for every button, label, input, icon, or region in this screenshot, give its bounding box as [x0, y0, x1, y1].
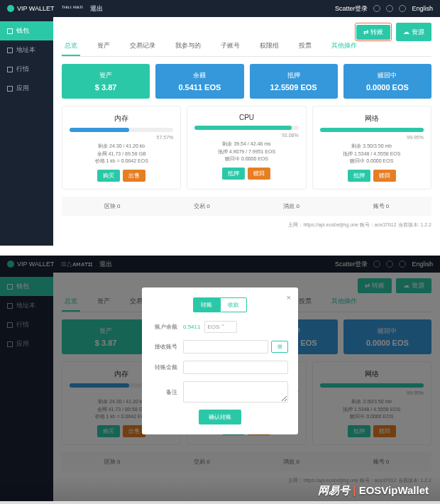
progress-bar [194, 126, 298, 130]
nav-icon [7, 28, 13, 34]
transfer-modal: × 转账 收款 账户余额 0.5411 EOS ˅ 接收账号 ⊞ 转账金额 备注 [142, 287, 298, 434]
nav-icon [7, 48, 13, 53]
resource-button[interactable]: ☁ 资源 [396, 23, 431, 41]
help-icon[interactable] [399, 5, 406, 12]
settings-icon[interactable] [386, 5, 393, 12]
sidebar-label: 钱包 [16, 26, 29, 35]
card-value: $ 3.87 [69, 83, 143, 92]
resource-info: 剩余 24.30 / 41.20 kb全网 41.73 / 89.58 GB价格… [70, 143, 173, 165]
resource-card: 网络99.95%剩余 3.50/3.50 mb抵押 1.5348 / 4.555… [312, 106, 431, 190]
resource-card: 内存57.57%剩余 24.30 / 41.20 kb全网 41.73 / 89… [62, 106, 181, 190]
resource-title: CPU [194, 114, 298, 121]
card-title: 资产 [69, 71, 143, 80]
watermark: 网易号 | EOSVipWallet [0, 477, 440, 504]
card-value: 0.0000 EOS [351, 83, 424, 92]
refresh-icon[interactable] [373, 5, 380, 12]
card-title: 余额 [163, 71, 236, 80]
confirm-transfer-button[interactable]: 确认转账 [199, 410, 241, 424]
sidebar-item[interactable]: 钱包 [0, 21, 53, 40]
amount-label: 转账金额 [152, 363, 183, 371]
memo-label: 备注 [152, 388, 183, 396]
language-selector[interactable]: English [412, 5, 433, 12]
summary-card: 抵押12.5509 EOS [250, 64, 338, 99]
tab[interactable]: 权限组 [257, 37, 282, 56]
logo-icon [7, 5, 14, 12]
card-title: 抵押 [257, 71, 331, 80]
summary-card: 余额0.5411 EOS [155, 64, 243, 99]
sidebar: 钱包地址本行情应用 [0, 17, 53, 246]
sidebar-item[interactable]: 应用 [0, 79, 53, 98]
receiver-label: 接收账号 [152, 343, 183, 351]
resource-action-button[interactable]: 购买 [97, 170, 120, 182]
progress-pct: 93.08% [194, 133, 298, 138]
card-title: 赎回中 [351, 71, 424, 80]
resource-action-button[interactable]: 抵押 [348, 170, 370, 182]
resource-info: 剩余 39.54 / 42.48 ms抵押 4.9079 / 7.9951 EO… [194, 141, 298, 163]
progress-pct: 99.95% [320, 135, 424, 140]
stat-item: 账号 0 [336, 202, 426, 210]
balance-value: 0.5411 [183, 324, 200, 330]
addressbook-icon[interactable]: ⊞ [271, 341, 288, 353]
resource-card: CPU93.08%剩余 39.54 / 42.48 ms抵押 4.9079 / … [187, 106, 306, 190]
sidebar-label: 行情 [16, 65, 29, 74]
sidebar-item[interactable]: 行情 [0, 60, 53, 79]
resource-action-button[interactable]: 赎回 [373, 170, 396, 182]
logo: VIP WALLET [7, 5, 55, 12]
amount-input[interactable] [183, 361, 288, 374]
tab[interactable]: 投票 [296, 37, 314, 56]
sidebar-label: 地址本 [16, 45, 35, 55]
balance-label: 账户余额 [152, 323, 183, 331]
resource-info: 剩余 3.50/3.50 mb抵押 1.5348 / 4.5558 EOS赎回中… [320, 143, 424, 165]
account-name: ᵀᴴᴵᴸᴵ ᴹᴬᵀᴵ [62, 5, 84, 12]
sidebar-label: 应用 [16, 84, 29, 93]
resource-action-button[interactable]: 出售 [123, 170, 145, 182]
card-value: 0.5411 EOS [163, 83, 236, 92]
card-value: 12.5509 EOS [257, 83, 331, 92]
nav-icon [7, 86, 13, 92]
receiver-input[interactable] [183, 340, 268, 354]
brand-text: VIP WALLET [17, 5, 55, 12]
tab[interactable]: 资产 [94, 37, 113, 56]
stat-item: 区块 0 [67, 202, 157, 210]
memo-input[interactable] [183, 381, 288, 402]
tab[interactable]: 我参与的 [172, 37, 204, 56]
currency-select[interactable]: EOS ˅ [204, 321, 237, 333]
scatter-login[interactable]: Scatter登录 [335, 4, 368, 13]
summary-card: 资产$ 3.87 [62, 64, 150, 99]
tab[interactable]: 子账号 [218, 37, 243, 56]
resource-action-button[interactable]: 赎回 [248, 168, 270, 180]
progress-bar [320, 128, 424, 132]
footer-info: 主网：https://api.eosbeijing.one 账号：ace3761… [62, 221, 431, 229]
progress-pct: 57.57% [70, 135, 173, 140]
nav-icon [7, 67, 13, 72]
progress-bar [70, 128, 173, 132]
tab[interactable]: 交易记录 [127, 37, 158, 56]
tab[interactable]: 总览 [62, 37, 80, 56]
resource-action-button[interactable]: 抵押 [222, 168, 245, 180]
resource-title: 内存 [70, 114, 173, 124]
modal-tab-transfer[interactable]: 转账 [193, 297, 220, 312]
stat-item: 交易 0 [157, 202, 246, 210]
transfer-button[interactable]: ⇄ 转账 [356, 25, 391, 40]
transfer-highlight: ⇄ 转账 [355, 23, 392, 41]
sidebar-item[interactable]: 地址本 [0, 40, 53, 60]
stat-item: 消息 0 [247, 202, 336, 210]
close-icon[interactable]: × [287, 293, 291, 302]
resource-title: 网络 [320, 114, 424, 124]
modal-tab-receive[interactable]: 收款 [220, 297, 247, 312]
logout-link[interactable]: 退出 [90, 4, 103, 13]
summary-card: 赎回中0.0000 EOS [343, 64, 431, 99]
